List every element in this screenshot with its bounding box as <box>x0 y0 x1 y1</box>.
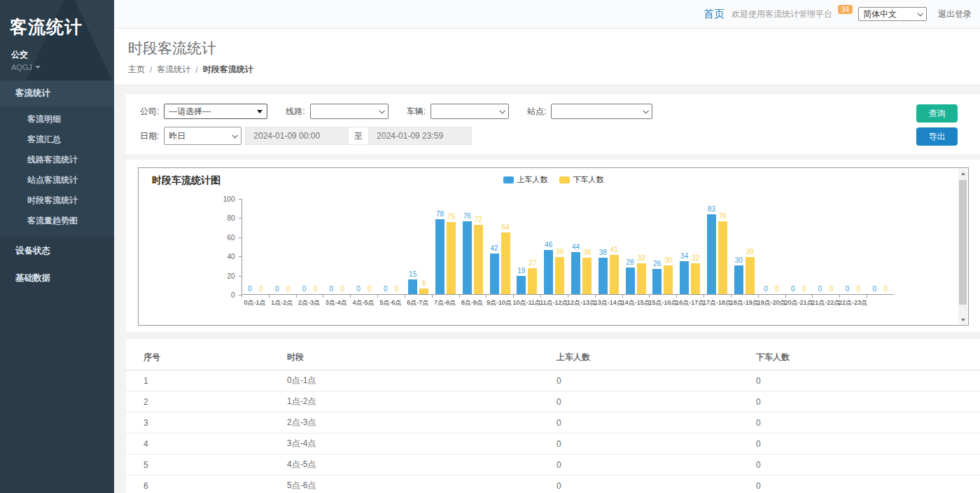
table-row: 21点-2点00 <box>126 391 980 412</box>
org-code-dropdown[interactable]: AQGJ <box>11 63 114 71</box>
breadcrumb-item[interactable]: 主页 <box>128 64 145 76</box>
sidebar-section-device-status[interactable]: 设备状态 <box>0 238 114 264</box>
x-axis-tick-label: 1点-2点 <box>268 298 295 307</box>
breadcrumb-item[interactable]: 客流统计 <box>157 64 190 76</box>
sidebar-subitem[interactable]: 客流明细 <box>0 109 114 130</box>
sidebar-subitem[interactable]: 站点客流统计 <box>0 170 114 190</box>
export-button[interactable]: 导出 <box>916 127 958 146</box>
table-row: 65点-6点00 <box>126 475 980 493</box>
bar-value-label: 0 <box>286 285 290 293</box>
notification-badge[interactable]: 34 <box>838 5 853 14</box>
table-cell: 5点-6点 <box>287 475 556 493</box>
bar: 42 <box>490 254 499 294</box>
y-axis-tick <box>239 256 241 257</box>
x-axis-tick-label: 4点-5点 <box>350 298 377 307</box>
table-cell: 0 <box>556 370 756 391</box>
date-start-input[interactable]: 2024-01-09 00:00 <box>245 127 349 145</box>
station-select[interactable] <box>551 104 652 119</box>
sidebar-subitem[interactable]: 客流量趋势图 <box>0 211 114 231</box>
y-axis-tick-label: 40 <box>227 253 234 261</box>
table-cell: 0 <box>756 391 980 412</box>
filter-row-2: 日期: 昨日 2024-01-09 00:00 至 2024-01-09 23:… <box>140 127 980 145</box>
sidebar-section-base-data[interactable]: 基础数据 <box>0 265 114 291</box>
line-select[interactable] <box>310 104 388 119</box>
table-cell: 0 <box>756 454 980 475</box>
bar-group: 00 <box>839 198 867 294</box>
chart-content: 020406080100 000000000000156787576724264… <box>214 199 894 307</box>
filter-buttons: 查询 导出 <box>916 104 958 146</box>
chart-x-labels: 0点-1点1点-2点2点-3点3点-4点4点-5点5点-6点6点-7点7点-8点… <box>241 298 894 307</box>
date-preset-select[interactable]: 昨日 <box>164 127 241 145</box>
bar-group: 4639 <box>540 198 568 294</box>
bar-value-label: 78 <box>436 210 444 218</box>
vehicle-select[interactable] <box>430 104 509 119</box>
bar-group: 00 <box>269 198 296 294</box>
table-cell: 0 <box>756 412 980 433</box>
bar-value-label: 0 <box>275 285 279 293</box>
bar-value-label: 75 <box>447 213 455 221</box>
bar-value-label: 76 <box>463 212 471 220</box>
bar-group: 7875 <box>432 198 459 294</box>
bar-value-label: 0 <box>883 285 888 293</box>
bar: 76 <box>463 221 472 294</box>
brand-title: 客流统计 <box>10 15 114 39</box>
bar-value-label: 0 <box>802 285 806 293</box>
chart-scrollbar[interactable] <box>958 169 967 324</box>
bar: 38 <box>598 258 608 294</box>
sidebar-subitem[interactable]: 时段客流统计 <box>0 190 114 211</box>
bar: 39 <box>746 257 755 294</box>
chart-x-ticks <box>241 295 894 298</box>
table-cell: 0 <box>556 454 756 475</box>
scrollbar-up-arrow-icon[interactable] <box>958 169 967 178</box>
legend-item[interactable]: 下车人数 <box>559 174 604 185</box>
bar-value-label: 42 <box>491 244 498 252</box>
legend-item[interactable]: 上车人数 <box>503 174 548 185</box>
bar-value-label: 39 <box>556 248 564 256</box>
table-cell: 0 <box>556 433 756 454</box>
breadcrumb: 主页/客流统计/时段客流统计 <box>128 64 980 76</box>
chevron-down-icon <box>917 11 923 16</box>
org-code-label: AQGJ <box>11 63 32 71</box>
table-cell: 0 <box>756 475 980 493</box>
table-cell: 0 <box>556 412 756 433</box>
table-row: 43点-4点00 <box>126 433 980 454</box>
table-cell: 1 <box>126 370 287 391</box>
bar-value-label: 0 <box>818 285 822 293</box>
bar: 30 <box>664 265 673 294</box>
company-select[interactable]: ---请选择--- <box>164 104 267 119</box>
bar: 6 <box>419 289 428 294</box>
sidebar-subitem[interactable]: 线路客流统计 <box>0 150 114 170</box>
bar-group: 00 <box>867 198 894 294</box>
bar: 75 <box>447 222 456 294</box>
bar: 76 <box>718 221 727 294</box>
filter-row-1: 公司: ---请选择--- 线路: 车辆: 站点: <box>140 104 980 119</box>
brand-area: 客流统计 公交 AQGJ <box>0 0 114 81</box>
table-cell: 2点-3点 <box>287 412 556 433</box>
bar: 72 <box>474 225 483 294</box>
bar-group: 3432 <box>676 198 704 294</box>
bar-value-label: 0 <box>775 285 779 293</box>
bar-value-label: 0 <box>395 285 399 293</box>
logout-link[interactable]: 退出登录 <box>938 8 972 20</box>
company-label: 公司: <box>140 106 159 118</box>
station-label: 站点: <box>527 106 546 118</box>
scrollbar-down-arrow-icon[interactable] <box>958 315 967 324</box>
chevron-down-icon <box>379 108 384 113</box>
sidebar-subitem[interactable]: 客流汇总 <box>0 130 114 150</box>
search-button[interactable]: 查询 <box>916 104 958 123</box>
table-cell: 5 <box>126 454 287 475</box>
bar: 39 <box>555 257 564 294</box>
language-select[interactable]: 简体中文 <box>858 7 927 21</box>
table-cell: 3点-4点 <box>287 433 556 454</box>
bar-value-label: 76 <box>719 212 727 220</box>
bar-value-label: 0 <box>857 285 861 293</box>
scrollbar-thumb[interactable] <box>959 180 967 305</box>
sidebar-section-passenger-stats[interactable]: 客流统计 <box>0 81 114 106</box>
chart-plot: 0000000000001567875767242641927463944383… <box>241 199 894 295</box>
table-panel: 序号 时段 上车人数 下车人数 10点-1点0021点-2点0032点-3点00… <box>126 339 980 493</box>
home-link[interactable]: 首页 <box>704 8 724 21</box>
bar-value-label: 44 <box>572 243 580 251</box>
date-end-input[interactable]: 2024-01-09 23:59 <box>368 127 472 145</box>
bar-value-label: 64 <box>502 223 510 231</box>
bar: 46 <box>544 250 553 294</box>
